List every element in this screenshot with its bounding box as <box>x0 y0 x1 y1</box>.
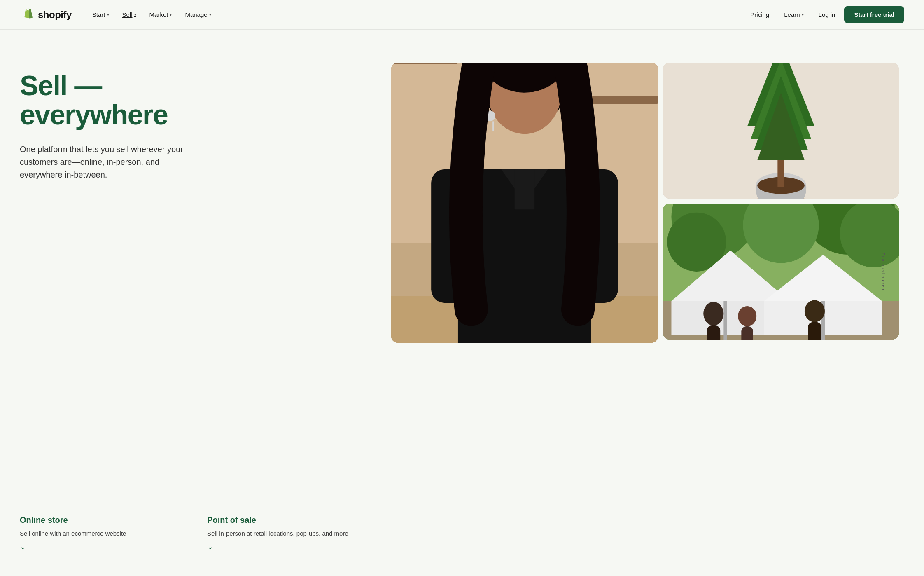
logo-link[interactable]: shopify <box>20 7 72 22</box>
hero-description: One platform that lets you sell wherever… <box>20 143 201 181</box>
hero-section: Sell — everywhere One platform that lets… <box>0 30 924 576</box>
featured-merch-label: Featured merch <box>881 253 886 290</box>
svg-rect-50 <box>808 322 821 340</box>
navbar: shopify Start ▾ Sell ▾ Market ▾ Manage ▾… <box>0 0 924 30</box>
point-of-sale-title: Point of sale <box>207 515 375 525</box>
hero-plant-photo <box>663 63 899 199</box>
online-store-description: Sell online with an ecommerce website <box>20 529 187 539</box>
hero-content: Sell — everywhere One platform that lets… <box>20 63 391 551</box>
start-free-trial-button[interactable]: Start free trial <box>844 6 904 23</box>
nav-links: Start ▾ Sell ▾ Market ▾ Manage ▾ <box>86 8 745 21</box>
nav-login-link[interactable]: Log in <box>813 8 841 21</box>
point-of-sale-expand-icon[interactable]: ⌄ <box>207 542 375 551</box>
brand-name: shopify <box>38 9 72 21</box>
svg-rect-12 <box>515 169 535 209</box>
svg-rect-48 <box>741 326 753 340</box>
chevron-down-icon: ▾ <box>802 12 804 17</box>
svg-rect-46 <box>707 325 720 340</box>
nav-right: Pricing Learn ▾ Log in Start free trial <box>744 6 904 23</box>
svg-rect-4 <box>391 63 458 64</box>
hero-images: Featured merch <box>391 63 904 551</box>
nav-link-pricing[interactable]: Pricing <box>744 8 775 21</box>
nav-link-start[interactable]: Start ▾ <box>86 8 115 21</box>
hero-market-photo: Featured merch <box>663 204 899 340</box>
nav-link-learn[interactable]: Learn ▾ <box>778 8 809 21</box>
point-of-sale-card: Point of sale Sell in-person at retail l… <box>207 515 375 552</box>
hero-title: Sell — everywhere <box>20 71 375 130</box>
hero-side-photos: Featured merch <box>663 63 899 340</box>
svg-rect-16 <box>492 121 494 131</box>
chevron-down-icon: ▾ <box>134 12 136 17</box>
nav-link-market[interactable]: Market ▾ <box>144 8 178 21</box>
chevron-down-icon: ▾ <box>170 12 172 17</box>
online-store-expand-icon[interactable]: ⌄ <box>20 542 187 551</box>
svg-point-49 <box>805 300 825 322</box>
svg-rect-43 <box>723 301 727 340</box>
online-store-card: Online store Sell online with an ecommer… <box>20 515 187 552</box>
chevron-down-icon: ▾ <box>107 12 109 17</box>
chevron-down-icon: ▾ <box>209 12 211 17</box>
online-store-title: Online store <box>20 515 187 525</box>
nav-link-sell[interactable]: Sell ▾ <box>117 8 142 21</box>
nav-link-manage[interactable]: Manage ▾ <box>179 8 217 21</box>
hero-main-photo <box>391 63 658 343</box>
svg-point-47 <box>738 306 756 326</box>
point-of-sale-description: Sell in-person at retail locations, pop-… <box>207 529 375 539</box>
hero-feature-cards: Online store Sell online with an ecommer… <box>20 515 375 552</box>
shopify-logo-icon <box>20 7 35 22</box>
svg-point-45 <box>703 302 723 325</box>
